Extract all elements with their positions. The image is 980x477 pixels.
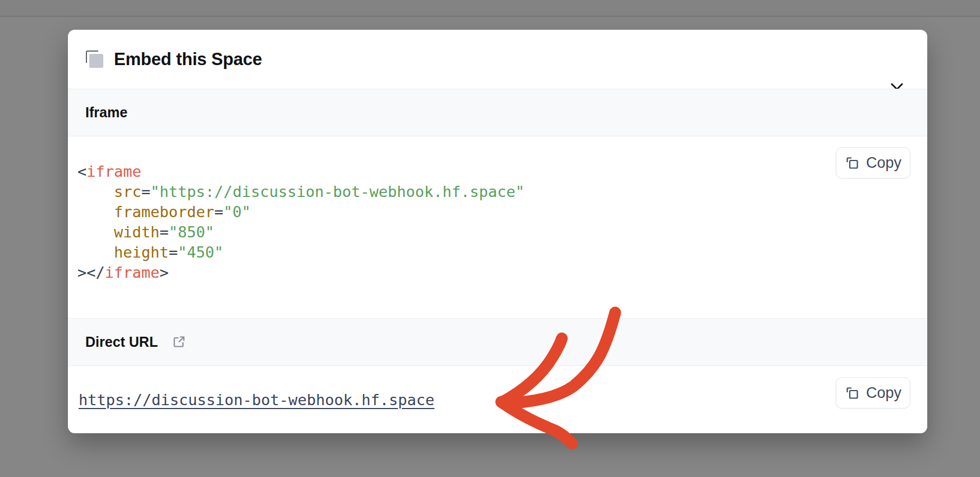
modal-title: Embed this Space (114, 49, 262, 70)
direct-url-link[interactable]: https://discussion-bot-webhook.hf.space (79, 391, 434, 409)
embed-space-modal: Embed this Space Iframe <iframe src="htt… (68, 30, 927, 433)
copy-iframe-code-button[interactable]: Copy (836, 147, 910, 178)
iframe-code-block: <iframe src="https://discussion-bot-webh… (68, 137, 927, 318)
embed-icon (86, 51, 104, 68)
iframe-heading: Iframe (85, 104, 127, 121)
external-link-icon[interactable] (171, 334, 186, 350)
modal-header: Embed this Space (68, 30, 927, 89)
page-background-seam (0, 0, 980, 17)
copy-button-label: Copy (866, 154, 901, 172)
iframe-embed-code[interactable]: <iframe src="https://discussion-bot-webh… (77, 162, 525, 283)
copy-icon (845, 155, 860, 171)
direct-url-heading: Direct URL (85, 334, 158, 350)
iframe-section-header: Iframe (68, 89, 927, 136)
copy-icon (845, 386, 860, 401)
copy-direct-url-button[interactable]: Copy (836, 377, 910, 409)
direct-url-section-header: Direct URL (68, 318, 927, 366)
direct-url-row: https://discussion-bot-webhook.hf.space (68, 366, 927, 433)
copy-button-label: Copy (866, 384, 901, 402)
